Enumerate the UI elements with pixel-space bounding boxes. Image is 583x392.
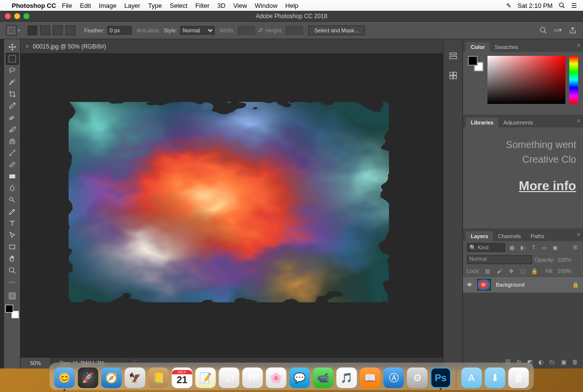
opacity-value[interactable]: 100% — [558, 257, 579, 263]
new-layer-icon[interactable]: ▣ — [561, 359, 566, 366]
menu-filter[interactable]: Filter — [195, 2, 210, 9]
libraries-panel-menu-icon[interactable]: ≡ — [577, 118, 580, 123]
menu-select[interactable]: Select — [170, 2, 187, 9]
canvas-area[interactable] — [21, 54, 443, 358]
selection-intersect-icon[interactable] — [66, 25, 75, 35]
dock-reminders[interactable]: ☑ — [219, 368, 240, 388]
menu-view[interactable]: View — [233, 2, 247, 9]
selection-add-icon[interactable] — [40, 25, 50, 35]
history-panel-icon[interactable] — [447, 50, 459, 62]
selection-new-icon[interactable] — [27, 25, 37, 35]
zoom-level[interactable]: 50% — [21, 358, 51, 368]
filter-smart-icon[interactable]: ▣ — [551, 244, 559, 251]
lock-all-icon[interactable]: 🔒 — [531, 267, 538, 275]
dock-appstore[interactable]: Ⓐ — [384, 368, 404, 388]
libraries-more-info-link[interactable]: More info — [470, 176, 576, 196]
quick-selection-tool-icon[interactable] — [6, 76, 19, 88]
eyedropper-tool-icon[interactable] — [6, 100, 19, 112]
filter-toggle-icon[interactable]: ⦿ — [571, 244, 579, 251]
foreground-color-swatch[interactable] — [5, 305, 13, 313]
quick-mask-icon[interactable] — [6, 290, 19, 302]
traffic-close[interactable] — [5, 13, 11, 19]
spotlight-icon[interactable] — [559, 2, 565, 9]
delete-layer-icon[interactable]: 🗑 — [572, 359, 578, 366]
style-select[interactable]: Normal — [180, 26, 215, 35]
gradient-tool-icon[interactable] — [6, 171, 19, 182]
dock-trash[interactable]: 🗑 — [509, 368, 529, 388]
blur-tool-icon[interactable] — [6, 182, 19, 194]
foreground-background-colors[interactable] — [5, 305, 19, 318]
menu-layer[interactable]: Layer — [124, 2, 141, 9]
adjustment-layer-icon[interactable]: ◐ — [538, 359, 543, 366]
filter-adjustment-icon[interactable]: ◐ — [519, 244, 527, 251]
layer-visibility-icon[interactable]: 👁 — [467, 282, 472, 288]
filter-type-icon[interactable]: T — [530, 244, 537, 251]
tab-channels[interactable]: Channels — [493, 231, 525, 241]
lock-pixels-icon[interactable]: 🖌 — [495, 267, 503, 275]
dock-notes[interactable]: 📝 — [195, 368, 216, 388]
dock-calendar[interactable]: OCT21 — [172, 368, 193, 388]
spot-healing-tool-icon[interactable] — [6, 112, 19, 123]
rectangular-marquee-tool-icon[interactable] — [6, 53, 19, 65]
dock-photos[interactable]: 🌸 — [266, 368, 287, 388]
dock-maps[interactable]: 🗺 — [243, 368, 263, 388]
history-brush-tool-icon[interactable] — [6, 147, 19, 159]
clone-stamp-tool-icon[interactable] — [6, 135, 19, 147]
color-swatches[interactable] — [468, 56, 484, 111]
notification-icon[interactable]: ✎ — [506, 2, 511, 9]
dock-ibooks[interactable]: 📖 — [360, 368, 381, 388]
properties-panel-icon[interactable] — [447, 70, 459, 81]
menu-window[interactable]: Window — [255, 2, 277, 9]
brush-tool-icon[interactable] — [6, 123, 19, 135]
layers-panel-menu-icon[interactable]: ≡ — [577, 231, 580, 237]
menu-edit[interactable]: Edit — [80, 2, 91, 9]
lock-position-icon[interactable]: ✥ — [507, 267, 515, 275]
filter-pixel-icon[interactable]: ▦ — [508, 244, 516, 251]
dock-contacts[interactable]: 📒 — [148, 368, 169, 388]
zoom-tool-icon[interactable] — [6, 265, 19, 276]
tab-paths[interactable]: Paths — [526, 231, 549, 241]
dock-messages[interactable]: 💬 — [290, 368, 310, 388]
lock-artboard-icon[interactable]: ▢ — [519, 267, 527, 275]
workspace-switcher-icon[interactable]: ▭▾ — [554, 26, 562, 35]
tab-libraries[interactable]: Libraries — [466, 118, 498, 127]
hue-slider[interactable] — [569, 56, 578, 104]
tab-color[interactable]: Color — [466, 42, 490, 52]
selection-subtract-icon[interactable] — [53, 25, 63, 35]
menu-type[interactable]: Type — [148, 2, 162, 9]
search-icon[interactable] — [539, 26, 548, 35]
fill-value[interactable]: 100% — [558, 268, 579, 274]
menubar-list-icon[interactable]: ☰ — [571, 2, 577, 9]
blend-mode-select[interactable]: Normal — [467, 255, 532, 264]
layer-group-icon[interactable]: 🗀 — [549, 359, 555, 366]
document-tab[interactable]: × 00015.jpg @ 50% (RGB/8#) — [25, 43, 106, 50]
dock-finder[interactable]: 😊 — [54, 368, 75, 388]
dock-safari[interactable]: 🧭 — [101, 368, 122, 388]
traffic-maximize[interactable] — [24, 13, 29, 19]
dock-itunes[interactable]: 🎵 — [337, 368, 357, 388]
edit-toolbar-icon[interactable]: ⋯ — [6, 276, 19, 288]
feather-input[interactable] — [107, 26, 132, 35]
close-tab-icon[interactable]: × — [25, 43, 29, 50]
dock-mail[interactable]: 🦅 — [125, 368, 146, 388]
crop-tool-icon[interactable] — [6, 88, 19, 100]
menu-help[interactable]: Help — [285, 2, 298, 9]
color-field[interactable] — [487, 56, 565, 104]
menubar-clock[interactable]: Sat 2:10 PM — [517, 2, 553, 9]
layer-filter-kind[interactable]: 🔍Kind — [467, 243, 505, 252]
dock-launchpad[interactable]: 🚀 — [78, 368, 98, 388]
dock-photoshop[interactable]: Ps — [431, 368, 451, 388]
share-icon[interactable] — [568, 26, 577, 35]
menu-file[interactable]: File — [62, 2, 72, 9]
lock-transparency-icon[interactable]: ▨ — [484, 267, 491, 275]
dock-preferences[interactable]: ⚙ — [407, 368, 428, 388]
color-panel-menu-icon[interactable]: ≡ — [577, 42, 580, 48]
tab-swatches[interactable]: Swatches — [490, 42, 523, 52]
dock-folder-1[interactable]: A — [462, 368, 482, 388]
pen-tool-icon[interactable] — [6, 206, 19, 218]
lasso-tool-icon[interactable] — [6, 65, 19, 76]
tab-adjustments[interactable]: Adjustments — [498, 118, 538, 127]
app-menu[interactable]: Photoshop CC — [12, 2, 56, 9]
dock-folder-2[interactable]: ⬇ — [485, 368, 506, 388]
tab-layers[interactable]: Layers — [466, 231, 493, 241]
